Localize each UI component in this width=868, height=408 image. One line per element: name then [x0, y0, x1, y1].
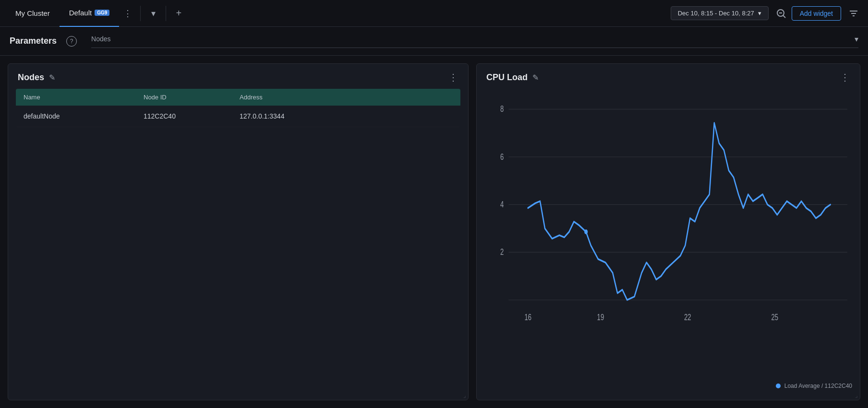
default-tab[interactable]: Default GG9 — [60, 0, 120, 27]
nav-separator — [140, 6, 141, 21]
table-row[interactable]: defaultNode 112C2C40 127.0.0.1:3344 — [16, 106, 460, 127]
add-tab-button[interactable]: + — [170, 5, 187, 22]
params-node-label: Nodes — [91, 35, 110, 43]
tab-dropdown-button[interactable]: ▾ — [145, 5, 162, 22]
cluster-name: My Cluster — [15, 9, 50, 17]
nodes-table: Name Node ID Address defaultNode 112C2C4… — [16, 89, 460, 127]
nodes-more-button[interactable]: ⋮ — [448, 72, 458, 83]
svg-point-19 — [584, 229, 588, 234]
cluster-tab[interactable]: My Cluster — [6, 0, 60, 27]
tab-label: Default — [69, 9, 92, 17]
svg-line-1 — [783, 15, 785, 18]
node-name-cell: defaultNode — [24, 112, 144, 120]
cpu-chart-legend: Load Average / 112C2C40 — [477, 379, 860, 391]
time-range-selector[interactable]: Dec 10, 8:15 - Dec 10, 8:27 ▾ — [671, 6, 769, 20]
params-node-select[interactable]: Nodes ▾ — [91, 35, 858, 48]
tab-badge: GG9 — [95, 10, 109, 16]
main-content: Nodes ✎ ⋮ Name Node ID Address defaultNo… — [0, 56, 868, 408]
col-nodeid-header: Node ID — [144, 94, 240, 101]
cpu-widget-header: CPU Load ✎ ⋮ — [477, 64, 860, 89]
nodes-widget: Nodes ✎ ⋮ Name Node ID Address defaultNo… — [8, 63, 469, 400]
svg-text:22: 22 — [684, 312, 691, 322]
help-icon: ? — [70, 38, 73, 45]
params-node-dropdown-icon: ▾ — [855, 35, 858, 44]
nodes-resize-handle[interactable]: ⌟ — [461, 391, 468, 400]
cpu-edit-button[interactable]: ✎ — [532, 73, 539, 82]
filter-button[interactable] — [845, 5, 862, 22]
top-nav: My Cluster Default GG9 ⋮ ▾ + Dec 10, 8:1… — [0, 0, 868, 27]
time-range-label: Dec 10, 8:15 - Dec 10, 8:27 — [678, 10, 754, 17]
cpu-resize-handle[interactable]: ⌟ — [853, 391, 860, 400]
cpu-chart-svg-container: 8 6 4 2 16 19 22 25 — [484, 89, 852, 375]
node-id-cell: 112C2C40 — [144, 112, 240, 120]
params-help-button[interactable]: ? — [66, 36, 77, 47]
add-widget-button[interactable]: Add widget — [792, 6, 841, 21]
svg-text:16: 16 — [524, 312, 531, 322]
params-bar: Parameters ? Nodes ▾ — [0, 27, 868, 56]
legend-label: Load Average / 112C2C40 — [784, 383, 852, 389]
cpu-more-button[interactable]: ⋮ — [840, 72, 850, 83]
nav-separator-2 — [166, 6, 166, 21]
table-header: Name Node ID Address — [16, 89, 460, 106]
nodes-widget-header: Nodes ✎ ⋮ — [8, 64, 468, 89]
plus-icon: + — [176, 8, 182, 19]
legend-dot — [776, 384, 781, 388]
dropdown-icon: ▾ — [151, 8, 156, 19]
svg-text:19: 19 — [597, 312, 604, 322]
cpu-widget-title: CPU Load — [486, 72, 528, 83]
node-address-cell: 127.0.0.1:3344 — [240, 112, 453, 120]
col-address-header: Address — [240, 94, 453, 101]
svg-text:4: 4 — [500, 200, 504, 209]
cpu-widget: CPU Load ✎ ⋮ 8 6 4 2 16 — [476, 63, 860, 400]
svg-text:8: 8 — [500, 104, 504, 114]
nodes-widget-title: Nodes — [18, 72, 44, 83]
add-widget-label: Add widget — [800, 10, 833, 17]
zoom-icon — [776, 8, 786, 19]
cpu-chart-area: 8 6 4 2 16 19 22 25 — [477, 89, 860, 379]
svg-text:6: 6 — [500, 152, 504, 161]
cpu-chart-svg: 8 6 4 2 16 19 22 25 — [484, 89, 852, 375]
filter-icon — [849, 9, 858, 18]
more-icon: ⋮ — [123, 8, 132, 19]
zoom-button[interactable] — [772, 5, 790, 22]
col-name-header: Name — [24, 94, 144, 101]
nodes-edit-button[interactable]: ✎ — [49, 73, 55, 82]
svg-text:2: 2 — [500, 247, 504, 257]
time-range-dropdown-icon: ▾ — [758, 10, 761, 17]
tab-more-button[interactable]: ⋮ — [119, 5, 136, 22]
svg-text:25: 25 — [771, 312, 778, 322]
params-label: Parameters — [10, 36, 57, 46]
